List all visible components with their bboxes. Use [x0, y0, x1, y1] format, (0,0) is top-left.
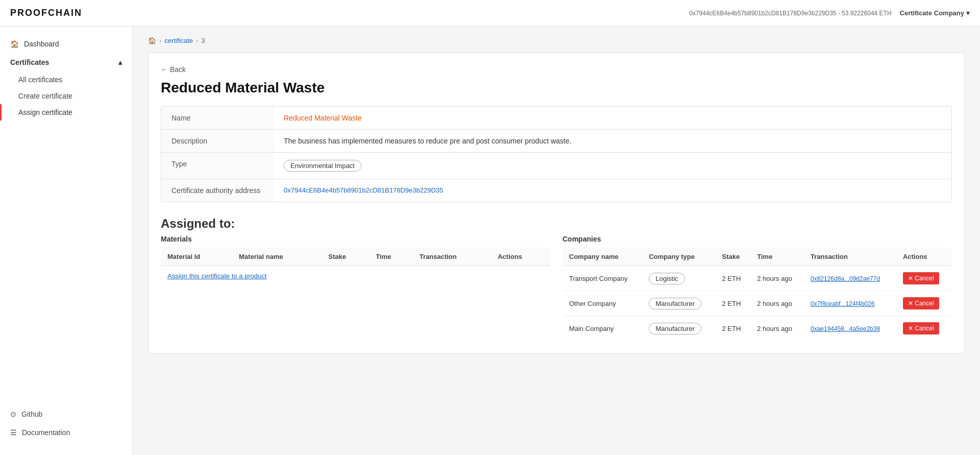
cancel-button[interactable]: ✕ Cancel: [903, 297, 939, 309]
sidebar-bottom: ⊙ Github ☰ Documentation: [0, 400, 132, 447]
name-label: Name: [161, 107, 274, 129]
info-row-name: Name Reduced Material Waste: [161, 107, 951, 130]
authority-label: Certificate authority address: [161, 179, 274, 202]
materials-title: Materials: [161, 235, 550, 243]
transaction-link[interactable]: 0xae194458...4a5ee2b38: [811, 325, 880, 332]
info-row-authority: Certificate authority address 0x7944cE6B…: [161, 179, 951, 202]
sidebar-item-assign-certificate[interactable]: Assign certificate: [0, 104, 132, 121]
table-row: Assign this certificate to a product: [161, 266, 550, 286]
companies-header-row: Company name Company type Stake Time Tra…: [563, 248, 952, 266]
account-menu[interactable]: Certificate Company ▾: [900, 9, 970, 17]
company-type-cell: Manufacturer: [643, 291, 716, 316]
company-name-cell: Main Company: [563, 316, 643, 341]
sidebar-certificates-header[interactable]: Certificates ▴: [0, 53, 132, 71]
materials-header-row: Material Id Material name Stake Time Tra…: [161, 248, 550, 266]
assign-certificate-label: Assign certificate: [18, 108, 72, 116]
company-type-cell: Logistic: [643, 266, 716, 291]
materials-table: Material Id Material name Stake Time Tra…: [161, 247, 550, 286]
cancel-button[interactable]: ✕ Cancel: [903, 322, 939, 334]
authority-value: 0x7944cE6B4e4b57b8901b2cD81B178D9e3b229D…: [274, 179, 951, 202]
mat-col-name: Material name: [233, 248, 322, 266]
account-name: Certificate Company: [900, 9, 964, 17]
company-actions-cell: ✕ Cancel: [897, 291, 952, 316]
company-type-badge: Manufacturer: [649, 298, 701, 309]
comp-col-time: Time: [751, 248, 804, 266]
description-label: Description: [161, 130, 274, 152]
home-icon: 🏠: [10, 40, 19, 48]
breadcrumb-page-num: 3: [201, 37, 205, 44]
assign-product-cell: Assign this certificate to a product: [161, 266, 550, 286]
company-stake-cell: 2 ETH: [716, 316, 751, 341]
mat-col-transaction: Transaction: [413, 248, 492, 266]
info-table: Name Reduced Material Waste Description …: [161, 106, 952, 202]
breadcrumb: 🏠 › certificate › 3: [148, 37, 965, 44]
github-label: Github: [21, 410, 42, 418]
comp-col-name: Company name: [563, 248, 643, 266]
sidebar-item-documentation[interactable]: ☰ Documentation: [0, 423, 132, 442]
transaction-link[interactable]: 0x82126d8a...09d2ae77d: [811, 275, 880, 282]
type-badge: Environmental Impact: [284, 160, 361, 172]
page-title: Reduced Material Waste: [161, 80, 952, 96]
sidebar-item-all-certificates[interactable]: All certificates: [0, 71, 132, 88]
description-value: The business has implemented measures to…: [274, 130, 951, 152]
sidebar-item-create-certificate[interactable]: Create certificate: [0, 88, 132, 104]
company-type-badge: Logistic: [649, 273, 684, 284]
all-certificates-label: All certificates: [18, 76, 62, 84]
company-tx-cell: 0xae194458...4a5ee2b38: [804, 316, 897, 341]
tables-row: Materials Material Id Material name Stak…: [161, 235, 952, 341]
companies-table: Company name Company type Stake Time Tra…: [562, 247, 952, 341]
comp-col-stake: Stake: [716, 248, 751, 266]
company-stake-cell: 2 ETH: [716, 291, 751, 316]
comp-col-actions: Actions: [897, 248, 952, 266]
sidebar-dashboard-label: Dashboard: [24, 40, 59, 48]
transaction-link[interactable]: 0x7f8ceabf...124f4b026: [811, 300, 874, 307]
home-breadcrumb-icon[interactable]: 🏠: [148, 37, 156, 44]
back-button[interactable]: ← Back: [161, 65, 186, 74]
sidebar-item-dashboard[interactable]: 🏠 Dashboard: [0, 35, 132, 53]
chevron-down-icon: ▾: [966, 9, 970, 17]
mat-col-time: Time: [370, 248, 413, 266]
assigned-title: Assigned to:: [161, 217, 952, 231]
company-tx-cell: 0x7f8ceabf...124f4b026: [804, 291, 897, 316]
assign-certificate-link[interactable]: Assign this certificate to a product: [167, 272, 266, 280]
company-time-cell: 2 hours ago: [751, 291, 804, 316]
company-type-cell: Manufacturer: [643, 316, 716, 341]
company-name-cell: Transport Company: [563, 266, 643, 291]
sidebar-top: 🏠 Dashboard Certificates ▴ All certifica…: [0, 35, 132, 121]
sidebar-item-github[interactable]: ⊙ Github: [0, 405, 132, 423]
breadcrumb-sep-1: ›: [159, 37, 161, 44]
company-tx-cell: 0x82126d8a...09d2ae77d: [804, 266, 897, 291]
info-row-type: Type Environmental Impact: [161, 153, 951, 179]
company-name-cell: Other Company: [563, 291, 643, 316]
table-row: Other Company Manufacturer 2 ETH 2 hours…: [563, 291, 952, 316]
comp-col-transaction: Transaction: [804, 248, 897, 266]
cancel-button[interactable]: ✕ Cancel: [903, 272, 939, 284]
table-row: Transport Company Logistic 2 ETH 2 hours…: [563, 266, 952, 291]
certificate-card: ← Back Reduced Material Waste Name Reduc…: [148, 53, 965, 354]
name-value: Reduced Material Waste: [274, 107, 951, 129]
mat-col-actions: Actions: [492, 248, 550, 266]
github-icon: ⊙: [10, 410, 16, 418]
breadcrumb-sep-2: ›: [196, 37, 198, 44]
company-type-badge: Manufacturer: [649, 323, 701, 334]
app-logo: PROOFCHAIN: [10, 8, 82, 18]
mat-col-stake: Stake: [322, 248, 370, 266]
company-actions-cell: ✕ Cancel: [897, 266, 952, 291]
comp-col-type: Company type: [643, 248, 716, 266]
certificates-label: Certificates: [10, 58, 49, 66]
create-certificate-label: Create certificate: [18, 92, 72, 100]
info-row-description: Description The business has implemented…: [161, 130, 951, 153]
mat-col-id: Material Id: [161, 248, 233, 266]
chevron-up-icon: ▴: [118, 58, 122, 66]
company-time-cell: 2 hours ago: [751, 266, 804, 291]
company-stake-cell: 2 ETH: [716, 266, 751, 291]
companies-section: Companies Company name Company type Stak…: [562, 235, 952, 341]
type-value: Environmental Impact: [274, 153, 951, 179]
breadcrumb-certificate-link[interactable]: certificate: [164, 37, 193, 44]
layout: 🏠 Dashboard Certificates ▴ All certifica…: [0, 27, 980, 455]
documentation-label: Documentation: [22, 428, 70, 437]
sidebar: 🏠 Dashboard Certificates ▴ All certifica…: [0, 27, 133, 455]
navbar: PROOFCHAIN 0x7944cE6B4e4b57b8901b2cD81B1…: [0, 0, 980, 27]
companies-title: Companies: [562, 235, 952, 243]
table-row: Main Company Manufacturer 2 ETH 2 hours …: [563, 316, 952, 341]
